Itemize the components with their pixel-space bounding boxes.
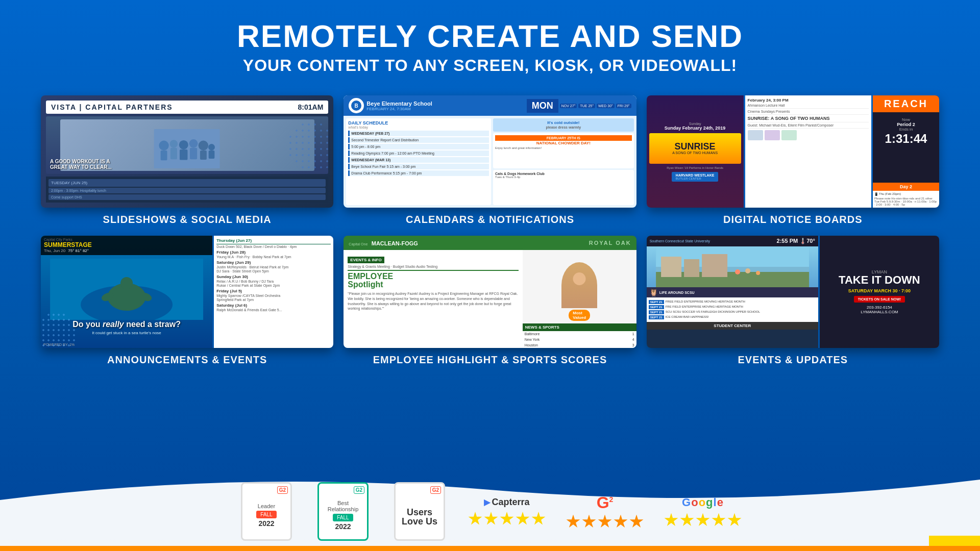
google-rating: Google [664,496,742,528]
grid-item-announcements: Capital City Parks SUMMERSTAGE Thu, Jun … [41,236,333,366]
svg-point-11 [209,144,215,151]
grid-item-slideshows: VISTA | CAPITAL PARTNERS 8:01AM [41,95,333,226]
header: REMOTELY CREATE AND SEND YOUR CONTENT TO… [0,0,980,85]
svg-rect-10 [200,151,207,160]
label-employee: EMPLOYEE HIGHLIGHT & SPORTS SCORES [373,354,607,366]
preview-announcements: Capital City Parks SUMMERSTAGE Thu, Jun … [41,236,333,348]
vista-logo: VISTA | CAPITAL PARTNERS [51,103,173,111]
main-title: REMOTELY CREATE AND SEND [0,20,980,52]
svg-rect-2 [161,151,167,160]
svg-rect-30 [0,546,980,551]
svg-point-29 [756,271,760,275]
g2-users-type: Users Love Us [398,508,441,526]
label-announcements: ANNOUNCEMENTS & EVENTS [107,354,267,366]
svg-point-5 [179,140,188,149]
g2-rel-logo-icon: G2 [354,486,364,494]
preview-events: Southern Connecticut State University 2:… [647,236,939,348]
main-subtitle: YOUR CONTENT TO ANY SCREEN, KIOSK, OR VI… [0,56,980,75]
capterra-label: Capterra [492,497,529,508]
grid-item-events: Southern Connecticut State University 2:… [647,236,939,366]
label-calendars: CALENDARS & NOTIFICATIONS [406,214,574,226]
label-slideshows: SLIDESHOWS & SOCIAL MEDIA [103,214,272,226]
grid-item-calendars: B Beye Elementary School FEBRUARY 24, 7:… [344,95,636,226]
g2-rel-year: 2022 [335,522,351,531]
svg-point-9 [199,141,208,151]
google-label: Google [682,496,724,509]
g2-star-label: G2 [597,494,614,511]
svg-text:B: B [355,103,358,109]
g2-logo-icon: G2 [277,486,288,494]
g2-users-logo-icon: G2 [430,486,441,494]
svg-rect-4 [170,148,177,160]
bottom-section: G2 Leader FALL 2022 G2 Best Relationship… [0,459,980,551]
g2-leader-type: Leader [258,503,275,509]
svg-rect-8 [190,148,197,160]
employee-photo [561,262,597,308]
preview-employee: Capital One MACLEAN-FOGG ROYAL OAK EVENT… [344,236,636,348]
g2-rel-type: Best Relationship [322,500,364,512]
g2-rel-season: FALL [333,514,353,521]
g2-users-badge: G2 Users Love Us [391,482,448,541]
google-stars [664,513,742,528]
g2-leader-badge: G2 Leader FALL 2022 [238,482,295,541]
content-grid: VISTA | CAPITAL PARTNERS 8:01AM [0,88,980,373]
g2-star-rating: G2 [566,494,644,529]
g2-relationship-badge: G2 Best Relationship FALL 2022 [315,482,371,541]
g2-stars [566,515,644,529]
label-events: EVENTS & UPDATES [738,354,848,366]
svg-rect-26 [702,254,727,277]
svg-point-27 [735,269,740,274]
svg-point-1 [159,141,169,151]
svg-rect-6 [180,149,187,160]
capterra-stars [468,512,546,526]
grid-item-notice: Sunday Sunday February 24th, 2019 SUNRIS… [647,95,939,226]
svg-point-18 [120,277,133,289]
svg-point-7 [189,139,198,148]
svg-rect-25 [684,259,699,277]
svg-point-3 [170,140,178,147]
svg-rect-12 [209,151,215,159]
capterra-rating: ▶ Capterra [468,497,546,526]
label-notice: DIGITAL NOTICE BOARDS [723,214,862,226]
grid-item-employee: Capital One MACLEAN-FOGG ROYAL OAK EVENT… [344,236,636,366]
ratings-section: G2 Leader FALL 2022 G2 Best Relationship… [0,482,980,541]
preview-slideshows: VISTA | CAPITAL PARTNERS 8:01AM [41,95,333,208]
preview-calendars: B Beye Elementary School FEBRUARY 24, 7:… [344,95,636,208]
svg-point-28 [745,268,750,273]
vista-time: 8:01AM [298,103,324,111]
svg-rect-24 [661,257,681,277]
preview-notice: Sunday Sunday February 24th, 2019 SUNRIS… [647,95,939,208]
g2-leader-year: 2022 [258,519,274,528]
g2-leader-season: FALL [256,511,276,518]
vista-photo: A GOOD WORKOUT IS AGREAT WAY TO CLEAR... [46,116,328,174]
